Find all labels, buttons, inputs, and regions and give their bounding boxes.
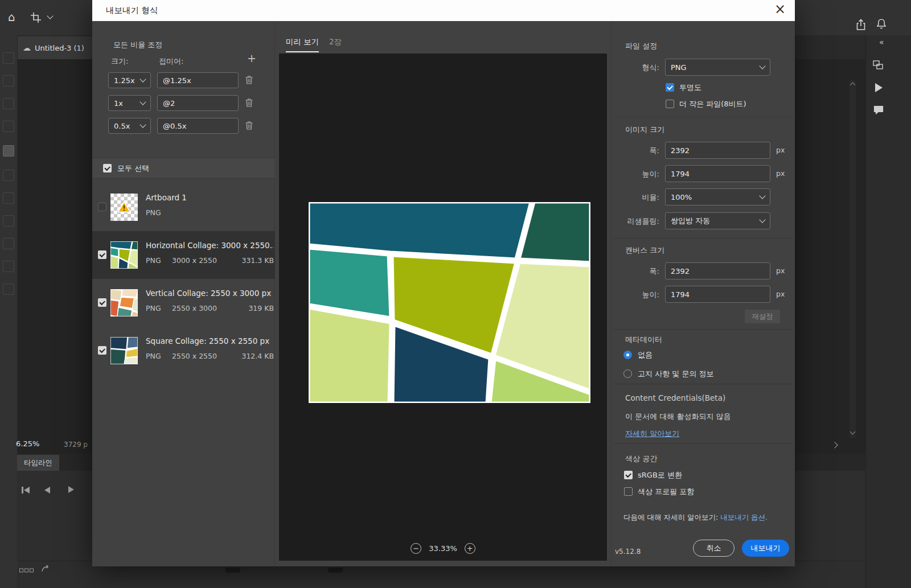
- tool-icon-active[interactable]: [3, 145, 14, 157]
- tool-icon[interactable]: [3, 215, 14, 227]
- tab-timeline[interactable]: 타임라인: [17, 455, 59, 471]
- tool-icon[interactable]: [3, 192, 14, 204]
- play-panel-icon[interactable]: [875, 83, 883, 92]
- scale-section-title: 모든 비율 조정: [113, 40, 162, 50]
- close-icon[interactable]: ×: [774, 1, 786, 17]
- notifications-bell-icon[interactable]: [876, 18, 887, 32]
- image-size-title: 이미지 크기: [625, 125, 664, 135]
- play-icon[interactable]: [68, 486, 74, 493]
- asset-checkbox[interactable]: [98, 298, 106, 307]
- tool-icon[interactable]: [3, 261, 14, 272]
- tool-icon[interactable]: [3, 283, 14, 295]
- preview-panel: 미리 보기 2장: [275, 21, 611, 566]
- select-all-label: 모두 선택: [117, 163, 149, 174]
- asset-dimensions: 3000 x 2550: [172, 256, 239, 265]
- jump-arrow-icon[interactable]: [41, 564, 51, 574]
- asset-filesize: 331.3 KB: [239, 256, 274, 265]
- scale-suffix-input[interactable]: @0.5x: [157, 118, 239, 134]
- metadata-notice-label: 고지 사항 및 문의 정보: [638, 369, 714, 379]
- cancel-button-label: 취소: [707, 543, 721, 553]
- tool-icon[interactable]: [3, 75, 14, 87]
- metadata-notice-radio[interactable]: [623, 369, 632, 378]
- zoom-level-status[interactable]: 6.25%: [16, 439, 39, 448]
- scale-size-select[interactable]: 1.25x: [108, 72, 151, 88]
- canvas-width-input[interactable]: 2392: [665, 262, 770, 279]
- scale-suffix-input[interactable]: @2: [157, 95, 239, 111]
- tool-icon[interactable]: [3, 238, 14, 249]
- home-icon[interactable]: ⌂: [8, 10, 15, 24]
- canvas-height-value: 1794: [671, 290, 690, 299]
- image-width-label: 폭:: [612, 146, 659, 156]
- document-tab[interactable]: ☁ Untitled-3 (1): [17, 36, 92, 59]
- preview-canvas[interactable]: − 33.33% +: [279, 54, 607, 561]
- scale-size-select[interactable]: 0.5x: [108, 118, 151, 134]
- tool-icon[interactable]: [3, 52, 14, 64]
- frame-grid-icon[interactable]: [19, 566, 34, 575]
- crop-tool-chevron-icon[interactable]: [47, 13, 53, 19]
- share-icon[interactable]: [855, 18, 867, 32]
- tool-icon[interactable]: [3, 121, 14, 132]
- format-select[interactable]: PNG: [665, 59, 770, 76]
- metadata-none-radio[interactable]: [623, 351, 632, 359]
- panel-expand-chevron-icon[interactable]: [831, 442, 838, 448]
- asset-row[interactable]: Artboard 1 PNG: [92, 183, 275, 231]
- scale-select[interactable]: 100%: [665, 188, 770, 205]
- timeline-clip-shape: [225, 568, 240, 573]
- document-info-status: 3729 p: [64, 441, 88, 449]
- divider: [614, 443, 793, 444]
- image-width-unit: px: [776, 146, 785, 154]
- zoom-out-icon[interactable]: −: [411, 543, 421, 554]
- reset-button[interactable]: 재설정: [745, 310, 780, 323]
- tab-preview[interactable]: 미리 보기: [286, 37, 319, 52]
- asset-checkbox[interactable]: [98, 346, 106, 355]
- skip-to-start-icon[interactable]: [22, 487, 30, 494]
- tab-2up[interactable]: 2장: [329, 37, 342, 47]
- scale-size-select[interactable]: 1x: [108, 95, 151, 111]
- zoom-in-icon[interactable]: +: [465, 543, 475, 554]
- artboards-panel-icon[interactable]: [873, 60, 883, 71]
- resample-select[interactable]: 쌍입방 자동: [665, 212, 770, 229]
- collapse-panels-icon[interactable]: «: [879, 38, 884, 47]
- learn-more-link[interactable]: 자세히 알아보기: [625, 429, 679, 439]
- transparency-checkbox[interactable]: [666, 83, 674, 92]
- image-width-input[interactable]: 2392: [665, 142, 770, 159]
- canvas-height-input[interactable]: 1794: [665, 286, 770, 303]
- asset-dimensions: 2550 x 2550: [172, 352, 239, 360]
- tool-icon[interactable]: [3, 98, 14, 109]
- tool-icon[interactable]: [3, 170, 14, 181]
- color-space-title: 색상 공간: [625, 454, 657, 464]
- export-options-link[interactable]: 내보내기 옵션.: [720, 513, 768, 521]
- scale-suffix-input[interactable]: @1.25x: [157, 72, 239, 88]
- cancel-button[interactable]: 취소: [693, 540, 734, 557]
- metadata-none-label: 없음: [638, 350, 653, 360]
- select-all-checkbox[interactable]: [103, 164, 112, 172]
- dialog-titlebar[interactable]: 내보내기 형식 ×: [92, 0, 795, 21]
- asset-thumbnail: [110, 289, 138, 316]
- srgb-checkbox[interactable]: [624, 471, 633, 479]
- add-scale-icon[interactable]: +: [247, 52, 256, 64]
- canvas-scrollbar[interactable]: [850, 80, 856, 438]
- asset-checkbox[interactable]: [98, 203, 106, 211]
- asset-row[interactable]: Horizontal Collage: 3000 x 2550... PNG 3…: [92, 231, 275, 279]
- delete-scale-icon[interactable]: [245, 76, 253, 86]
- warning-icon: [117, 201, 131, 215]
- delete-scale-icon[interactable]: [245, 121, 253, 131]
- smaller-file-checkbox[interactable]: [666, 100, 674, 108]
- image-height-value: 1794: [671, 170, 690, 178]
- previous-frame-icon[interactable]: [44, 487, 50, 494]
- export-button[interactable]: 내보내기: [742, 540, 789, 557]
- export-options-hint: 다음에 대해 자세히 알아보기: 내보내기 옵션.: [623, 513, 768, 523]
- comments-panel-icon[interactable]: [873, 105, 884, 117]
- asset-title: Vertical Collage: 2550 x 3000 px: [146, 289, 273, 298]
- asset-row[interactable]: Vertical Collage: 2550 x 3000 px PNG 255…: [92, 279, 275, 327]
- crop-tool-icon[interactable]: [30, 11, 42, 26]
- asset-title: Horizontal Collage: 3000 x 2550...: [146, 241, 273, 250]
- include-profile-checkbox[interactable]: [624, 487, 633, 496]
- scale-suffix-value: @1.25x: [163, 76, 191, 85]
- right-panel-rail: «: [865, 35, 911, 588]
- image-height-input[interactable]: 1794: [665, 165, 770, 182]
- asset-checkbox[interactable]: [98, 250, 106, 259]
- delete-scale-icon[interactable]: [245, 98, 253, 109]
- asset-row[interactable]: Square Collage: 2550 x 2550 px PNG 2550 …: [92, 327, 275, 375]
- preview-image[interactable]: [309, 202, 590, 403]
